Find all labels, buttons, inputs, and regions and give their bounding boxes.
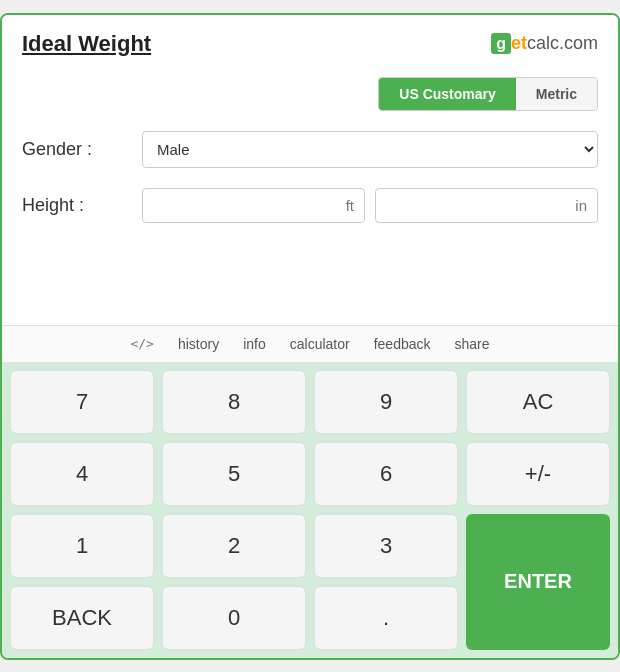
key-dot[interactable]: . (314, 586, 458, 650)
key-3[interactable]: 3 (314, 514, 458, 578)
unit-metric-button[interactable]: Metric (516, 78, 597, 110)
top-section: Ideal Weight getcalc.com US Customary Me… (2, 15, 618, 325)
brand-calc: calc.com (527, 33, 598, 53)
brand-prefix: g (491, 33, 511, 54)
height-ft-input[interactable] (142, 188, 365, 223)
height-row: Height : (22, 188, 598, 223)
height-inputs (142, 188, 598, 223)
gender-row: Gender : Male Female (22, 131, 598, 168)
key-2[interactable]: 2 (162, 514, 306, 578)
key-5[interactable]: 5 (162, 442, 306, 506)
key-4[interactable]: 4 (10, 442, 154, 506)
nav-history[interactable]: history (178, 336, 219, 352)
gender-select[interactable]: Male Female (142, 131, 598, 168)
key-9[interactable]: 9 (314, 370, 458, 434)
keypad: 7 8 9 AC 4 5 6 +/- 1 2 3 ENTER BACK 0 . (2, 362, 618, 658)
nav-calculator[interactable]: calculator (290, 336, 350, 352)
key-7[interactable]: 7 (10, 370, 154, 434)
key-1[interactable]: 1 (10, 514, 154, 578)
key-8[interactable]: 8 (162, 370, 306, 434)
nav-code[interactable]: </> (130, 336, 153, 351)
nav-bar: </> history info calculator feedback sha… (2, 325, 618, 362)
calculator-wrapper: Ideal Weight getcalc.com US Customary Me… (0, 13, 620, 660)
key-back[interactable]: BACK (10, 586, 154, 650)
brand-logo: getcalc.com (491, 33, 598, 54)
unit-us-customary-button[interactable]: US Customary (379, 78, 515, 110)
nav-feedback[interactable]: feedback (374, 336, 431, 352)
brand-et: et (511, 33, 527, 53)
app-title: Ideal Weight (22, 31, 151, 57)
key-0[interactable]: 0 (162, 586, 306, 650)
height-in-input[interactable] (375, 188, 598, 223)
nav-share[interactable]: share (455, 336, 490, 352)
key-enter[interactable]: ENTER (466, 514, 610, 650)
height-label: Height : (22, 195, 142, 216)
key-6[interactable]: 6 (314, 442, 458, 506)
header-row: Ideal Weight getcalc.com (22, 31, 598, 57)
unit-toggle-container: US Customary Metric (22, 77, 598, 111)
unit-toggle-group: US Customary Metric (378, 77, 598, 111)
gender-control: Male Female (142, 131, 598, 168)
key-ac[interactable]: AC (466, 370, 610, 434)
nav-info[interactable]: info (243, 336, 266, 352)
key-plus-minus[interactable]: +/- (466, 442, 610, 506)
gender-label: Gender : (22, 139, 142, 160)
